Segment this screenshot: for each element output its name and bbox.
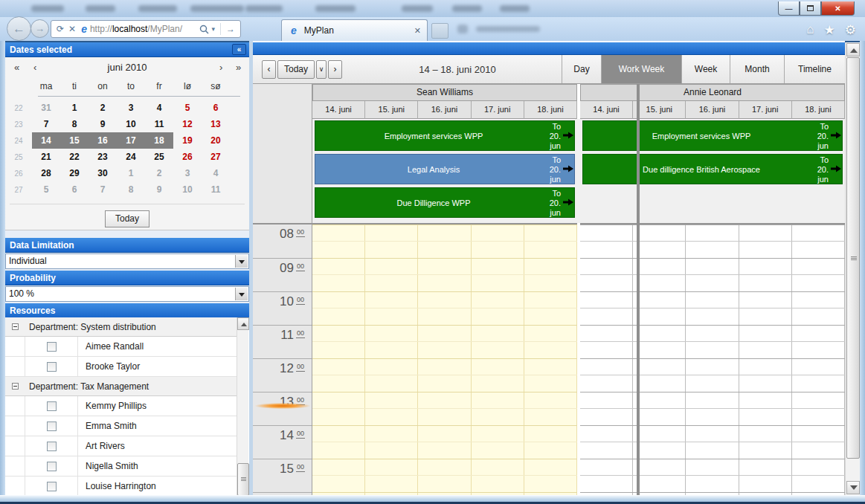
resource-checkbox[interactable] — [47, 462, 57, 471]
settings-gear-icon[interactable]: ⚙ — [845, 22, 856, 38]
calendar-day[interactable]: 10 — [173, 181, 202, 198]
calendar-day[interactable]: 10 — [117, 116, 145, 132]
forward-button[interactable]: → — [30, 19, 49, 38]
calendar-next-month-button[interactable]: › — [219, 62, 222, 73]
calendar-day[interactable]: 20 — [202, 132, 230, 149]
calendar-day[interactable]: 23 — [89, 149, 117, 165]
scroll-down-button[interactable] — [846, 481, 860, 494]
allday-event[interactable]: Employment services WPPTo20.jun — [315, 120, 575, 151]
view-tab-week[interactable]: Week — [681, 55, 730, 83]
calendar-day[interactable]: 22 — [60, 149, 89, 165]
calendar-day[interactable]: 21 — [32, 149, 60, 165]
allday-event[interactable]: Due Dilligence WPPTo20.jun — [315, 187, 575, 218]
resource-group-row[interactable]: Department: System distribution — [5, 317, 237, 337]
day-header-cell[interactable]: 15. juni — [365, 101, 418, 119]
resource-row[interactable]: Aimee Randall — [5, 337, 237, 357]
calendar-today-button[interactable]: Today — [105, 210, 149, 227]
calendar-day[interactable]: 31 — [32, 100, 60, 116]
scroll-up-button[interactable] — [846, 43, 860, 56]
calendar-day[interactable]: 30 — [89, 165, 117, 181]
day-header-cell[interactable]: 15. juni — [633, 101, 686, 119]
day-header-cell[interactable]: 16. juni — [418, 101, 471, 119]
calendar-day[interactable]: 16 — [89, 132, 117, 149]
chevron-down-icon[interactable] — [235, 255, 248, 268]
collapse-minus-icon[interactable] — [12, 383, 19, 390]
day-header-cell[interactable]: 17. juni — [472, 101, 524, 119]
calendar-day[interactable]: 2 — [89, 100, 117, 116]
allday-event[interactable]: Legal AnalysisTo20.jun — [315, 154, 575, 184]
chevron-down-icon[interactable] — [235, 288, 248, 300]
calendar-day[interactable]: 2 — [145, 165, 173, 181]
calendar-day[interactable]: 7 — [89, 181, 117, 198]
search-icon[interactable] — [199, 25, 209, 34]
resource-row[interactable]: Kemmy Phillips — [5, 396, 237, 416]
resource-row[interactable]: Louise Harrington — [5, 476, 237, 495]
calendar-day[interactable]: 9 — [89, 116, 117, 132]
calendar-day[interactable]: 6 — [202, 100, 230, 116]
calendar-day[interactable]: 24 — [117, 149, 145, 165]
calendar-next-year-button[interactable]: » — [236, 62, 241, 73]
calendar-day[interactable]: 19 — [173, 132, 202, 149]
next-period-button[interactable]: › — [328, 60, 342, 79]
prev-period-button[interactable]: ‹ — [262, 60, 276, 79]
time-grid-annie-leonard[interactable] — [580, 223, 845, 495]
calendar-day[interactable]: 11 — [202, 181, 230, 198]
calendar-day[interactable]: 25 — [145, 149, 173, 165]
today-dropdown-button[interactable]: ∨ — [316, 60, 327, 79]
allday-event[interactable]: Due dilligence British AerospaceTo20.jun — [582, 154, 843, 184]
calendar-day[interactable]: 28 — [32, 165, 60, 181]
calendar-day[interactable]: 1 — [60, 100, 89, 116]
calendar-day[interactable]: 27 — [202, 149, 230, 165]
time-grid-sean-williams[interactable] — [312, 223, 577, 495]
data-limitation-select[interactable]: Individual — [5, 253, 249, 269]
view-tab-day[interactable]: Day — [562, 55, 601, 83]
calendar-day[interactable]: 8 — [60, 116, 89, 132]
calendar-day[interactable]: 5 — [32, 181, 60, 198]
day-header-cell[interactable]: 14. juni — [580, 101, 633, 119]
today-button[interactable]: Today — [277, 60, 315, 79]
calendar-day[interactable]: 8 — [117, 181, 145, 198]
resource-group-row[interactable]: Department: Tax Management — [5, 377, 237, 396]
collapse-sidebar-button[interactable]: « — [232, 44, 246, 55]
calendar-day[interactable]: 7 — [32, 116, 60, 132]
view-tab-month[interactable]: Month — [730, 55, 784, 83]
back-button[interactable]: ← — [7, 16, 31, 41]
resource-row[interactable]: Art Rivers — [5, 436, 237, 456]
stop-icon[interactable]: ✕ — [68, 24, 76, 34]
new-tab-button[interactable] — [431, 23, 448, 39]
browser-tab-myplan[interactable]: e MyPlan ✕ — [281, 19, 428, 41]
resource-checkbox[interactable] — [47, 442, 57, 451]
tab-close-icon[interactable]: ✕ — [414, 26, 421, 36]
day-header-cell[interactable]: 18. juni — [524, 101, 577, 119]
resources-scrollbar[interactable] — [237, 317, 248, 495]
go-icon[interactable]: → — [226, 24, 235, 34]
allday-event[interactable]: Employment services WPPTo20.jun — [582, 120, 843, 151]
calendar-day[interactable]: 29 — [60, 165, 89, 181]
calendar-day[interactable]: 11 — [145, 116, 173, 132]
refresh-icon[interactable]: ⟳ — [57, 24, 64, 34]
calendar-day[interactable]: 12 — [173, 116, 202, 132]
calendar-day[interactable]: 15 — [60, 132, 89, 149]
calendar-day[interactable]: 26 — [173, 149, 202, 165]
calendar-day[interactable]: 14 — [32, 132, 60, 149]
scroll-up-button[interactable] — [237, 317, 249, 330]
view-tab-timeline[interactable]: Timeline — [784, 55, 845, 83]
resource-checkbox[interactable] — [47, 342, 57, 352]
probability-select[interactable]: 100 % — [5, 286, 249, 302]
scrollbar-thumb[interactable] — [846, 57, 860, 459]
resource-row[interactable]: Brooke Taylor — [5, 357, 237, 377]
search-dropdown-caret[interactable]: ▾ — [211, 25, 215, 33]
resource-checkbox[interactable] — [47, 401, 57, 411]
calendar-day[interactable]: 4 — [145, 100, 173, 116]
day-header-cell[interactable]: 16. juni — [686, 101, 739, 119]
calendar-day[interactable]: 4 — [202, 165, 230, 181]
calendar-day[interactable]: 13 — [202, 116, 230, 132]
resource-checkbox[interactable] — [47, 421, 57, 431]
address-bar[interactable]: ⟳ ✕ e http://localhost/MyPlan/ ▾ → — [51, 20, 241, 38]
day-header-cell[interactable]: 18. juni — [792, 101, 845, 119]
resource-row[interactable]: Emma Smith — [5, 416, 237, 436]
scrollbar-thumb[interactable] — [237, 463, 249, 495]
calendar-day[interactable]: 5 — [173, 100, 202, 116]
url-text[interactable]: http://localhost/MyPlan/ — [90, 24, 200, 34]
day-header-cell[interactable]: 14. juni — [312, 101, 365, 119]
